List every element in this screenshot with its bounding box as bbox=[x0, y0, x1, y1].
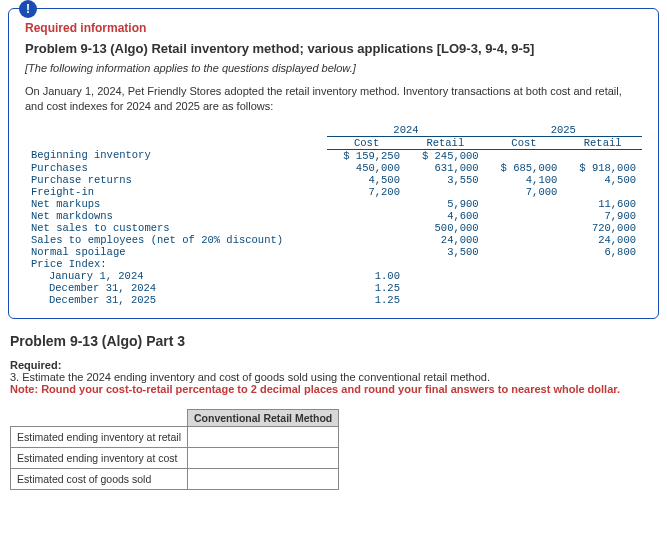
table-row: Normal spoilage3,5006,800 bbox=[25, 246, 642, 258]
ending-inventory-cost-input[interactable] bbox=[194, 450, 306, 466]
question-text: 3. Estimate the 2024 ending inventory an… bbox=[10, 371, 657, 383]
table-row: Net markups5,90011,600 bbox=[25, 198, 642, 210]
col-retail-2024: Retail bbox=[406, 136, 485, 149]
context-note: [The following information applies to th… bbox=[25, 62, 642, 74]
answer-table: Conventional Retail Method Estimated end… bbox=[10, 409, 339, 490]
required-label: Required: bbox=[10, 359, 657, 371]
year-2025-header: 2025 bbox=[485, 124, 642, 137]
table-row: January 1, 20241.00 bbox=[25, 270, 642, 282]
table-row: Net sales to customers500,000720,000 bbox=[25, 222, 642, 234]
answer-row-label: Estimated cost of goods sold bbox=[11, 468, 188, 489]
table-row: Purchase returns4,5003,5504,1004,500 bbox=[25, 174, 642, 186]
table-row: Sales to employees (net of 20% discount)… bbox=[25, 234, 642, 246]
required-info-heading: Required information bbox=[25, 21, 642, 35]
rounding-note: Note: Round your cost-to-retail percenta… bbox=[10, 383, 657, 395]
col-cost-2025: Cost bbox=[485, 136, 564, 149]
table-row: December 31, 20241.25 bbox=[25, 282, 642, 294]
col-cost-2024: Cost bbox=[327, 136, 406, 149]
part-title: Problem 9-13 (Algo) Part 3 bbox=[10, 333, 667, 349]
col-retail-2025: Retail bbox=[563, 136, 642, 149]
data-table: 2024 2025 Cost Retail Cost Retail Beginn… bbox=[25, 124, 642, 306]
table-row: Purchases450,000631,000$ 685,000$ 918,00… bbox=[25, 162, 642, 174]
problem-body: On January 1, 2024, Pet Friendly Stores … bbox=[25, 84, 642, 114]
alert-badge-icon: ! bbox=[19, 0, 37, 18]
problem-title: Problem 9-13 (Algo) Retail inventory met… bbox=[25, 41, 642, 56]
table-row: Freight-in7,2007,000 bbox=[25, 186, 642, 198]
cost-of-goods-sold-input[interactable] bbox=[194, 471, 306, 487]
table-row: December 31, 20251.25 bbox=[25, 294, 642, 306]
requirement-block: Required: 3. Estimate the 2024 ending in… bbox=[10, 359, 657, 395]
answer-row-label: Estimated ending inventory at cost bbox=[11, 447, 188, 468]
answer-header: Conventional Retail Method bbox=[188, 409, 339, 426]
info-card: ! Required information Problem 9-13 (Alg… bbox=[8, 8, 659, 319]
table-row: Net markdowns4,6007,900 bbox=[25, 210, 642, 222]
table-row: Beginning inventory$ 159,250$ 245,000 bbox=[25, 149, 642, 162]
ending-inventory-retail-input[interactable] bbox=[194, 429, 306, 445]
table-row: Price Index: bbox=[25, 258, 642, 270]
year-2024-header: 2024 bbox=[327, 124, 484, 137]
answer-row-label: Estimated ending inventory at retail bbox=[11, 426, 188, 447]
